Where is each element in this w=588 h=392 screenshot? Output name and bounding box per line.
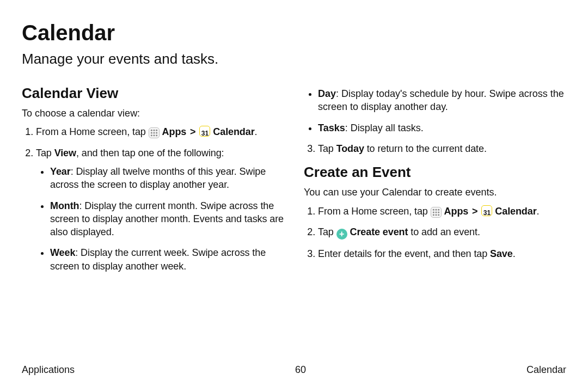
calendar-icon: 31 xyxy=(481,205,492,216)
save-label: Save xyxy=(490,248,513,259)
svg-point-16 xyxy=(435,214,437,216)
view-label: View xyxy=(54,148,76,158)
svg-point-5 xyxy=(156,132,157,134)
text: : Display all twelve months of this year… xyxy=(50,166,266,190)
text: . xyxy=(255,126,258,137)
cv-step-3: Tap Today to return to the current date. xyxy=(318,142,566,155)
calendar-view-steps-continued: Tap Today to return to the current date. xyxy=(318,142,566,155)
text: Tap xyxy=(36,148,54,158)
svg-point-11 xyxy=(438,209,439,210)
text: From a Home screen, tap xyxy=(36,126,149,137)
calendar-icon-label: 31 xyxy=(482,210,492,216)
svg-point-4 xyxy=(153,132,155,134)
list-item: Month: Display the current month. Swipe … xyxy=(50,199,284,239)
create-event-intro: You can use your Calendar to create even… xyxy=(304,186,566,199)
apps-label: Apps xyxy=(162,126,187,137)
label: Year xyxy=(50,166,71,177)
svg-point-0 xyxy=(151,130,152,131)
text: , and then tap one of the following: xyxy=(76,148,224,158)
ce-step-2: Tap + Create event to add an event. xyxy=(318,225,566,240)
label: Day xyxy=(318,88,336,99)
text: : Display today's schedule by hour. Swip… xyxy=(318,88,564,112)
page-number: 60 xyxy=(295,364,306,376)
page-footer: Applications 60 Calendar xyxy=(22,364,566,376)
svg-point-13 xyxy=(435,211,437,213)
chevron-icon: > xyxy=(190,126,195,137)
list-item: Year: Display all twelve months of this … xyxy=(50,165,284,192)
page-title: Calendar xyxy=(22,21,566,45)
svg-point-12 xyxy=(433,211,434,213)
section-create-event-heading: Create an Event xyxy=(304,164,566,181)
create-event-steps: From a Home screen, tap Apps > 31 Calend… xyxy=(318,205,566,261)
text: Tap xyxy=(318,143,336,154)
calendar-view-intro: To choose a calendar view: xyxy=(22,107,284,120)
svg-point-15 xyxy=(433,214,434,216)
text: : Display the current month. Swipe acros… xyxy=(50,200,284,238)
left-column: Calendar View To choose a calendar view:… xyxy=(22,82,284,280)
svg-point-1 xyxy=(153,130,155,131)
text: : Display the current week. Swipe across… xyxy=(50,247,266,271)
text: Enter details for the event, and then ta… xyxy=(318,248,490,259)
list-item: Week: Display the current week. Swipe ac… xyxy=(50,246,284,273)
text: . xyxy=(537,206,540,217)
text: to return to the current date. xyxy=(364,143,487,154)
page-subtitle: Manage your events and tasks. xyxy=(22,51,566,68)
text: Tap xyxy=(318,226,336,237)
content-columns: Calendar View To choose a calendar view:… xyxy=(22,82,566,280)
apps-icon xyxy=(149,127,160,138)
svg-point-2 xyxy=(156,130,157,131)
label: Tasks xyxy=(318,122,345,133)
svg-point-17 xyxy=(438,214,439,216)
cv-view-options-continued: Day: Display today's schedule by hour. S… xyxy=(318,87,566,134)
calendar-view-steps: From a Home screen, tap Apps > 31 Calend… xyxy=(36,125,284,273)
svg-point-9 xyxy=(433,209,434,210)
apps-label: Apps xyxy=(444,206,469,217)
cv-step-2: Tap View, and then tap one of the follow… xyxy=(36,146,284,273)
cv-view-options: Year: Display all twelve months of this … xyxy=(50,165,284,273)
text: : Display all tasks. xyxy=(345,122,424,133)
label: Month xyxy=(50,200,79,211)
svg-point-3 xyxy=(151,132,152,134)
text: From a Home screen, tap xyxy=(318,206,431,217)
right-column: Day: Display today's schedule by hour. S… xyxy=(304,82,566,280)
footer-topic-label: Calendar xyxy=(526,364,566,376)
apps-icon xyxy=(431,207,442,218)
svg-point-7 xyxy=(153,135,155,137)
create-event-label: Create event xyxy=(350,226,408,237)
svg-point-14 xyxy=(438,211,439,213)
list-item: Day: Display today's schedule by hour. S… xyxy=(318,87,566,114)
svg-point-6 xyxy=(151,135,152,137)
list-item: Tasks: Display all tasks. xyxy=(318,121,566,134)
calendar-icon-label: 31 xyxy=(200,130,210,137)
footer-section-label: Applications xyxy=(22,364,75,376)
calendar-label: Calendar xyxy=(213,126,254,137)
text: . xyxy=(513,248,516,259)
chevron-icon: > xyxy=(472,206,477,217)
cv-step-1: From a Home screen, tap Apps > 31 Calend… xyxy=(36,125,284,138)
calendar-label: Calendar xyxy=(495,206,536,217)
ce-step-1: From a Home screen, tap Apps > 31 Calend… xyxy=(318,205,566,218)
text: to add an event. xyxy=(408,226,480,237)
today-label: Today xyxy=(336,143,364,154)
label: Week xyxy=(50,247,75,258)
svg-point-10 xyxy=(435,209,437,210)
plus-icon: + xyxy=(336,229,347,240)
ce-step-3: Enter details for the event, and then ta… xyxy=(318,247,566,260)
section-calendar-view-heading: Calendar View xyxy=(22,85,284,102)
svg-point-8 xyxy=(156,135,157,137)
calendar-icon: 31 xyxy=(199,126,210,137)
